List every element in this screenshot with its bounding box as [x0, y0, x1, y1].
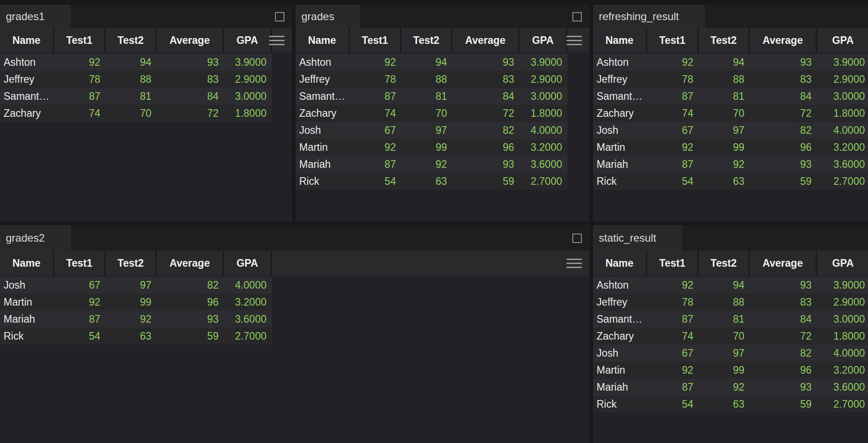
column-header-test2[interactable]: Test2 — [699, 251, 750, 276]
cell-gpa: 3.9000 — [817, 277, 868, 294]
panel-grades1: grades1 NameTest1Test2AverageGPA Ashton9… — [0, 5, 292, 222]
column-header-gpa[interactable]: GPA — [224, 28, 272, 53]
table-row[interactable]: Zachary7470721.8000 — [593, 105, 868, 122]
table-row[interactable]: Samant…8781843.0000 — [0, 88, 272, 105]
column-header-average[interactable]: Average — [157, 251, 224, 276]
table-row[interactable]: Martin9299963.2000 — [593, 362, 868, 379]
column-menu-icon[interactable] — [567, 259, 582, 268]
tab-refreshing-result[interactable]: refreshing_result — [593, 5, 705, 28]
table-row[interactable]: Rick5463592.7000 — [296, 173, 567, 190]
maximize-icon[interactable] — [275, 12, 284, 21]
cell-average: 82 — [157, 277, 224, 294]
cell-average: 84 — [157, 88, 224, 105]
column-header-name[interactable]: Name — [593, 251, 647, 276]
table-row[interactable]: Jeffrey7888832.9000 — [593, 294, 868, 311]
table-row[interactable]: Rick5463592.7000 — [0, 328, 272, 345]
column-header-test1[interactable]: Test1 — [647, 251, 699, 276]
column-header-test2[interactable]: Test2 — [699, 28, 750, 53]
table-row[interactable]: Josh6797824.0000 — [593, 345, 868, 362]
column-header-average[interactable]: Average — [750, 28, 817, 53]
cell-name: Samant… — [0, 88, 54, 105]
cell-test2: 70 — [106, 105, 157, 122]
table-row[interactable]: Jeffrey7888832.9000 — [0, 71, 272, 88]
table-row[interactable]: Jeffrey7888832.9000 — [296, 71, 567, 88]
cell-gpa: 3.9000 — [817, 54, 868, 71]
cell-name: Jeffrey — [593, 294, 647, 311]
cell-test2: 88 — [699, 71, 750, 88]
table-row[interactable]: Martin9299963.2000 — [296, 139, 567, 156]
table-row[interactable]: Ashton9294933.9000 — [0, 54, 272, 71]
cell-average: 59 — [452, 173, 520, 190]
table-row[interactable]: Samant…8781843.0000 — [296, 88, 567, 105]
cell-name: Zachary — [296, 105, 350, 122]
cell-test2: 63 — [699, 396, 750, 413]
table-row[interactable]: Mariah8792933.6000 — [593, 379, 868, 396]
cell-test1: 54 — [647, 396, 699, 413]
cell-gpa: 3.2000 — [520, 139, 567, 156]
table-row[interactable]: Ashton9294933.9000 — [593, 54, 868, 71]
column-header-gpa[interactable]: GPA — [520, 28, 567, 53]
cell-name: Samant… — [296, 88, 350, 105]
cell-gpa: 2.9000 — [817, 294, 868, 311]
cell-average: 93 — [452, 54, 520, 71]
column-header-name[interactable]: Name — [296, 28, 350, 53]
table-row[interactable]: Samant…8781843.0000 — [593, 311, 868, 328]
cell-gpa: 3.6000 — [520, 156, 567, 173]
cell-gpa: 2.9000 — [817, 71, 868, 88]
cell-test2: 97 — [699, 345, 750, 362]
column-header-gpa[interactable]: GPA — [817, 251, 868, 276]
column-header-name[interactable]: Name — [0, 251, 54, 276]
cell-gpa: 3.9000 — [520, 54, 567, 71]
column-menu-icon[interactable] — [567, 36, 582, 45]
cell-test2: 99 — [401, 139, 452, 156]
column-header-name[interactable]: Name — [0, 28, 54, 53]
table-row[interactable]: Samant…8781843.0000 — [593, 88, 868, 105]
tab-grades[interactable]: grades — [296, 5, 360, 28]
cell-average: 93 — [157, 311, 224, 328]
table-row[interactable]: Zachary7470721.8000 — [296, 105, 567, 122]
tab-static-result[interactable]: static_result — [593, 225, 682, 251]
table-row[interactable]: Ashton9294933.9000 — [296, 54, 567, 71]
table-row[interactable]: Mariah8792933.6000 — [593, 156, 868, 173]
table-row[interactable]: Ashton9294933.9000 — [593, 277, 868, 294]
table-row[interactable]: Jeffrey7888832.9000 — [593, 71, 868, 88]
table-row[interactable]: Zachary7470721.8000 — [593, 328, 868, 345]
column-header-test2[interactable]: Test2 — [401, 28, 452, 53]
cell-test1: 87 — [350, 156, 401, 173]
table-row[interactable]: Zachary7470721.8000 — [0, 105, 272, 122]
column-header-test1[interactable]: Test1 — [54, 28, 106, 53]
column-header-test2[interactable]: Test2 — [106, 251, 157, 276]
panel-grades2: grades2 NameTest1Test2AverageGPA Josh679… — [0, 225, 589, 443]
table-row[interactable]: Josh6797824.0000 — [0, 277, 272, 294]
column-menu-icon[interactable] — [269, 36, 284, 45]
column-header-test1[interactable]: Test1 — [350, 28, 401, 53]
column-header-test1[interactable]: Test1 — [647, 28, 699, 53]
tab-grades2[interactable]: grades2 — [0, 225, 71, 251]
table-row[interactable]: Josh6797824.0000 — [593, 122, 868, 139]
table-row[interactable]: Martin9299963.2000 — [593, 139, 868, 156]
cell-gpa: 3.0000 — [817, 88, 868, 105]
table-row[interactable]: Rick5463592.7000 — [593, 396, 868, 413]
column-header-name[interactable]: Name — [593, 28, 647, 53]
maximize-icon[interactable] — [572, 234, 582, 243]
column-header-average[interactable]: Average — [157, 28, 224, 53]
table-row[interactable]: Mariah8792933.6000 — [0, 311, 272, 328]
table-row[interactable]: Martin9299963.2000 — [0, 294, 272, 311]
column-header-test2[interactable]: Test2 — [106, 28, 157, 53]
maximize-icon[interactable] — [572, 12, 582, 21]
cell-gpa: 2.9000 — [520, 71, 567, 88]
table-row[interactable]: Rick5463592.7000 — [593, 173, 868, 190]
table-row[interactable]: Mariah8792933.6000 — [296, 156, 567, 173]
column-header-gpa[interactable]: GPA — [224, 251, 272, 276]
column-header-average[interactable]: Average — [750, 251, 817, 276]
column-header-test1[interactable]: Test1 — [54, 251, 106, 276]
cell-test2: 94 — [699, 54, 750, 71]
column-header-gpa[interactable]: GPA — [817, 28, 868, 53]
column-header-average[interactable]: Average — [452, 28, 520, 53]
table-row[interactable]: Josh6797824.0000 — [296, 122, 567, 139]
cell-test1: 67 — [647, 345, 699, 362]
cell-test2: 99 — [106, 294, 157, 311]
cell-name: Rick — [0, 328, 54, 345]
cell-name: Josh — [593, 345, 647, 362]
tab-grades1[interactable]: grades1 — [0, 5, 71, 28]
